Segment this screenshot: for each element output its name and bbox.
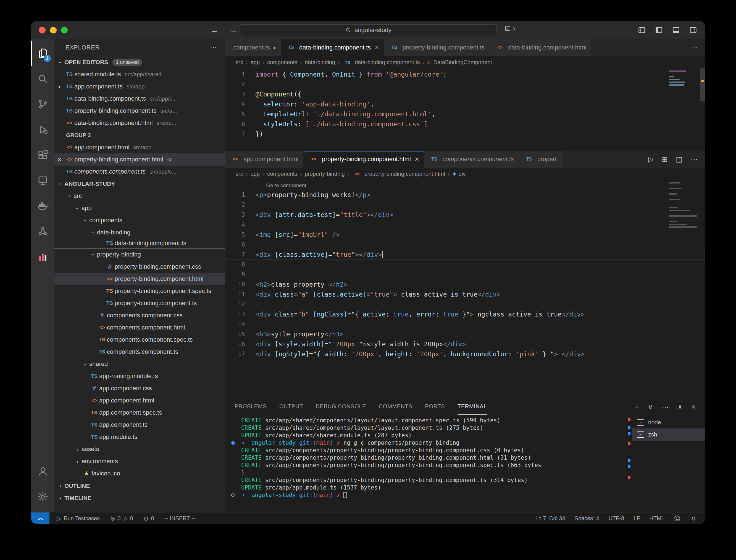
status-ports[interactable]: ⊙0 — [144, 515, 154, 522]
status-cursor-position[interactable]: Ln 7, Col 34 — [535, 515, 565, 522]
editor-action-icon[interactable]: ⊞ — [662, 155, 667, 163]
panel-action-icon[interactable]: × — [691, 403, 695, 411]
tree-folder[interactable]: ›environments — [54, 455, 225, 467]
breadcrumb-item[interactable]: data-binding — [305, 59, 335, 66]
terminal-output[interactable]: CREATE src/app/shared/components/layout/… — [225, 415, 627, 512]
activity-search-icon[interactable] — [31, 66, 54, 91]
command-decoration-blue[interactable] — [231, 441, 235, 445]
open-editor-item[interactable]: TSdata-binding.component.tssrc/app/c... — [54, 93, 225, 105]
open-editor-item[interactable]: <>data-binding.component.htmlsrc/ap... — [54, 117, 225, 129]
open-editor-item[interactable]: <>app.component.htmlsrc/app — [54, 141, 225, 153]
breadcrumb-item[interactable]: TSdata-binding.component.ts — [343, 59, 420, 66]
open-editor-item[interactable]: TSshared.module.tssrc/app/shared — [54, 68, 225, 80]
close-window-button[interactable] — [39, 27, 46, 33]
breadcrumb-item[interactable]: property-binding — [305, 171, 345, 177]
breadcrumb-item[interactable]: src — [236, 171, 243, 177]
activity-settings-icon[interactable] — [31, 484, 54, 509]
tree-file[interactable]: #components.component.css — [54, 309, 225, 321]
status-vim-mode[interactable]: -- INSERT -- — [165, 515, 195, 522]
activity-test-explorer-icon[interactable] — [31, 219, 54, 244]
editor-bottom[interactable]: Go to component 1<p>property-binding wor… — [225, 180, 705, 399]
breadcrumb-item[interactable]: app — [251, 171, 260, 177]
panel-action-icon[interactable]: ∧ — [677, 403, 682, 411]
tree-file[interactable]: #app.component.css — [54, 382, 225, 394]
terminal-instance-zsh[interactable]: >zsh — [632, 428, 705, 441]
titlebar[interactable]: ← → angular-study ∨ — [31, 21, 705, 39]
open-editors-header[interactable]: › OPEN EDITORS 1 unsaved — [54, 56, 225, 68]
breadcrumb-item[interactable]: ◇DataBindingComponent — [427, 59, 492, 66]
notifications-bell-icon[interactable] — [690, 515, 697, 522]
open-editor-item[interactable]: TSproperty-binding.component.tssrc/a... — [54, 105, 225, 117]
tab-data-binding-component-html[interactable]: <>data-binding.component.html — [490, 39, 592, 56]
customize-layout-icon[interactable] — [638, 26, 646, 34]
open-editor-item[interactable]: ×<>property-binding.component.htmlsr... — [54, 153, 225, 166]
activity-account-icon[interactable] — [31, 459, 54, 484]
close-icon[interactable]: × — [54, 156, 64, 163]
tree-folder[interactable]: ›src — [54, 190, 225, 202]
scrollbar-top[interactable] — [700, 68, 705, 101]
activity-profiler-chart-icon[interactable] — [31, 244, 54, 269]
breadcrumb-bottom[interactable]: src›app›components›property-binding›<>pr… — [225, 168, 705, 180]
command-center-search[interactable]: angular-study — [240, 24, 497, 36]
status-problems[interactable]: ⊗0△0 — [110, 515, 133, 522]
tree-file[interactable]: TScomponents.component.ts — [54, 346, 225, 358]
activity-source-control-icon[interactable] — [31, 91, 54, 117]
timeline-header[interactable]: › TIMELINE — [54, 492, 225, 504]
close-icon[interactable]: × — [374, 43, 379, 52]
tab-property-binding-component-html[interactable]: <>property-binding.component.html× — [304, 151, 424, 168]
toggle-primary-sidebar-icon[interactable] — [655, 26, 663, 34]
status-indentation[interactable]: Spaces: 4 — [575, 515, 599, 522]
panel-tab-output[interactable]: OUTPUT — [279, 399, 303, 415]
breadcrumb-top[interactable]: src›app›components›data-binding›TSdata-b… — [225, 56, 705, 68]
remote-indicator[interactable]: >< — [31, 512, 49, 524]
status-language-mode[interactable]: HTML — [649, 515, 664, 522]
minimap-top[interactable] — [669, 70, 699, 90]
toggle-panel-icon[interactable] — [672, 26, 680, 34]
panel-tab-ports[interactable]: PORTS — [425, 399, 445, 415]
breadcrumb-item[interactable]: components — [267, 59, 297, 66]
breadcrumb-item[interactable]: <>property-binding.component.html — [352, 171, 445, 177]
activity-extensions-icon[interactable] — [31, 142, 54, 168]
toggle-secondary-sidebar-icon[interactable] — [689, 26, 697, 34]
tree-file[interactable]: TSapp.component.ts — [54, 419, 225, 431]
terminal-instance-node[interactable]: >node — [632, 416, 705, 428]
codelens-go-to-component[interactable]: Go to component — [225, 181, 705, 190]
activity-explorer-icon[interactable]: 1 — [31, 41, 54, 66]
status-eol[interactable]: LF — [633, 515, 640, 522]
command-decoration-circle[interactable] — [231, 493, 235, 497]
tab-components-component-ts[interactable]: TScomponents.component.ts — [424, 151, 519, 168]
panel-tab-problems[interactable]: PROBLEMS — [235, 399, 267, 415]
history-forward-icon[interactable]: → — [230, 25, 238, 35]
tree-file[interactable]: <>components.component.html — [54, 321, 225, 334]
tree-folder[interactable]: ›assets — [54, 443, 225, 455]
activity-run-debug-icon[interactable] — [31, 117, 54, 142]
editor-action-icon[interactable]: ◫ — [676, 155, 682, 163]
breadcrumb-item[interactable]: app — [251, 59, 260, 66]
minimap-bottom[interactable] — [669, 182, 699, 229]
outline-header[interactable]: › OUTLINE — [54, 480, 225, 492]
panel-action-icon[interactable]: + — [635, 403, 639, 411]
panel-action-icon[interactable]: ∨ — [648, 403, 653, 411]
panel-tab-debug-console[interactable]: DEBUG CONSOLE — [316, 399, 366, 415]
tree-file[interactable]: ★favicon.ico — [54, 467, 225, 480]
breadcrumb-item[interactable]: components — [267, 171, 297, 177]
tree-file[interactable]: TSapp.module.ts — [54, 431, 225, 443]
history-back-icon[interactable]: ← — [210, 25, 219, 35]
close-icon[interactable]: × — [415, 155, 419, 164]
tree-folder[interactable]: ›shared — [54, 358, 225, 370]
tab-component-ts[interactable]: .component.ts● — [225, 39, 281, 56]
tree-file[interactable]: TSproperty-binding.component.spec.ts — [54, 285, 225, 297]
panel-action-icon[interactable]: ⋯ — [662, 403, 669, 411]
breadcrumb-item[interactable]: src — [236, 59, 243, 66]
tab-data-binding-component-ts[interactable]: TSdata-binding.component.ts× — [281, 39, 384, 56]
activity-remote-explorer-icon[interactable] — [31, 168, 54, 193]
tab-app-component-html[interactable]: <>app.component.html — [225, 151, 304, 168]
panel-tab-terminal[interactable]: TERMINAL — [457, 399, 487, 415]
tree-file[interactable]: #property-binding.component.css — [54, 261, 225, 273]
editor-action-icon[interactable]: ⋯ — [691, 44, 698, 52]
tree-folder[interactable]: ›property-binding — [54, 248, 225, 261]
open-editor-item[interactable]: ●TSapp.component.tssrc/app — [54, 80, 225, 93]
tree-file[interactable]: <>app.component.html — [54, 394, 225, 407]
status-encoding[interactable]: UTF-8 — [609, 515, 624, 522]
tree-file[interactable]: TScomponents.component.spec.ts — [54, 334, 225, 346]
